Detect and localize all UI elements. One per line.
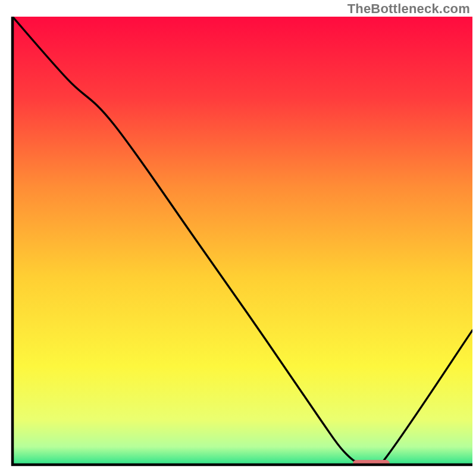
chart-container: TheBottleneck.com [0, 0, 476, 476]
chart-svg [0, 0, 476, 476]
plot-background [12, 17, 472, 465]
